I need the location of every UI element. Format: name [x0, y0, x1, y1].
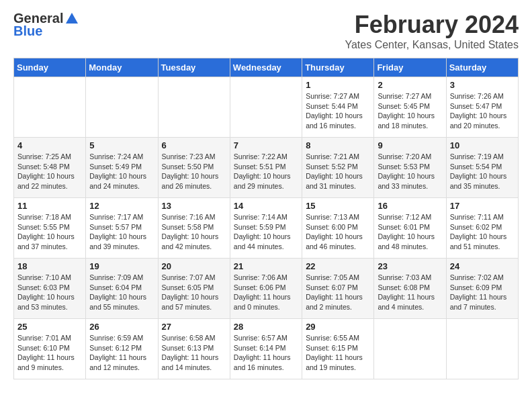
day-number: 20: [162, 261, 226, 271]
day-info: Sunrise: 7:22 AM Sunset: 5:51 PM Dayligh…: [234, 152, 298, 191]
day-number: 19: [89, 261, 154, 271]
day-number: 9: [378, 140, 442, 150]
calendar-cell: [86, 77, 158, 138]
day-number: 24: [450, 261, 515, 271]
day-number: 10: [450, 140, 515, 150]
day-number: 5: [89, 140, 154, 150]
day-info: Sunrise: 7:19 AM Sunset: 5:54 PM Dayligh…: [450, 152, 515, 191]
day-info: Sunrise: 7:21 AM Sunset: 5:52 PM Dayligh…: [306, 152, 370, 191]
day-info: Sunrise: 6:57 AM Sunset: 6:14 PM Dayligh…: [234, 333, 298, 373]
day-header-tuesday: Tuesday: [158, 58, 230, 77]
day-info: Sunrise: 7:05 AM Sunset: 6:07 PM Dayligh…: [306, 273, 370, 312]
day-header-sunday: Sunday: [14, 58, 86, 77]
day-number: 17: [450, 201, 515, 211]
calendar-cell: 15Sunrise: 7:13 AM Sunset: 6:00 PM Dayli…: [302, 198, 374, 259]
day-info: Sunrise: 7:18 AM Sunset: 5:55 PM Dayligh…: [17, 212, 82, 252]
calendar-cell: 22Sunrise: 7:05 AM Sunset: 6:07 PM Dayli…: [302, 259, 374, 319]
calendar-cell: 25Sunrise: 7:01 AM Sunset: 6:10 PM Dayli…: [14, 319, 86, 379]
day-info: Sunrise: 7:25 AM Sunset: 5:48 PM Dayligh…: [17, 152, 82, 191]
day-info: Sunrise: 7:23 AM Sunset: 5:50 PM Dayligh…: [162, 152, 226, 191]
calendar-week-row: 25Sunrise: 7:01 AM Sunset: 6:10 PM Dayli…: [14, 319, 519, 379]
day-info: Sunrise: 7:07 AM Sunset: 6:05 PM Dayligh…: [162, 273, 226, 312]
day-header-thursday: Thursday: [302, 58, 374, 77]
calendar-week-row: 1Sunrise: 7:27 AM Sunset: 5:44 PM Daylig…: [14, 77, 519, 138]
calendar-body: 1Sunrise: 7:27 AM Sunset: 5:44 PM Daylig…: [14, 77, 519, 379]
day-info: Sunrise: 7:02 AM Sunset: 6:09 PM Dayligh…: [450, 273, 515, 312]
day-info: Sunrise: 7:14 AM Sunset: 5:59 PM Dayligh…: [234, 212, 298, 252]
day-info: Sunrise: 7:26 AM Sunset: 5:47 PM Dayligh…: [450, 91, 515, 131]
calendar-cell: 5Sunrise: 7:24 AM Sunset: 5:49 PM Daylig…: [86, 138, 158, 198]
day-header-saturday: Saturday: [446, 58, 518, 77]
calendar-cell: 1Sunrise: 7:27 AM Sunset: 5:44 PM Daylig…: [302, 77, 374, 138]
day-number: 22: [306, 261, 370, 271]
day-info: Sunrise: 7:27 AM Sunset: 5:44 PM Dayligh…: [306, 91, 370, 131]
day-info: Sunrise: 7:10 AM Sunset: 6:03 PM Dayligh…: [17, 273, 82, 312]
day-number: 3: [450, 80, 515, 90]
calendar-cell: 29Sunrise: 6:55 AM Sunset: 6:15 PM Dayli…: [302, 319, 374, 379]
calendar-cell: 17Sunrise: 7:11 AM Sunset: 6:02 PM Dayli…: [446, 198, 518, 259]
day-info: Sunrise: 6:58 AM Sunset: 6:13 PM Dayligh…: [162, 333, 226, 373]
day-number: 7: [234, 140, 298, 150]
location-title: Yates Center, Kansas, United States: [345, 39, 519, 51]
calendar-week-row: 18Sunrise: 7:10 AM Sunset: 6:03 PM Dayli…: [14, 259, 519, 319]
day-number: 1: [306, 80, 370, 90]
calendar-week-row: 11Sunrise: 7:18 AM Sunset: 5:55 PM Dayli…: [14, 198, 519, 259]
calendar-cell: 3Sunrise: 7:26 AM Sunset: 5:47 PM Daylig…: [446, 77, 518, 138]
day-number: 2: [378, 80, 442, 90]
calendar-cell: [446, 319, 518, 379]
logo-blue: Blue: [13, 24, 42, 39]
calendar-table: SundayMondayTuesdayWednesdayThursdayFrid…: [13, 58, 519, 379]
calendar-cell: 10Sunrise: 7:19 AM Sunset: 5:54 PM Dayli…: [446, 138, 518, 198]
day-info: Sunrise: 7:12 AM Sunset: 6:01 PM Dayligh…: [378, 212, 442, 252]
day-number: 23: [378, 261, 442, 271]
calendar-cell: 28Sunrise: 6:57 AM Sunset: 6:14 PM Dayli…: [230, 319, 302, 379]
calendar-cell: 16Sunrise: 7:12 AM Sunset: 6:01 PM Dayli…: [374, 198, 446, 259]
calendar-cell: 9Sunrise: 7:20 AM Sunset: 5:53 PM Daylig…: [374, 138, 446, 198]
title-section: February 2024 Yates Center, Kansas, Unit…: [345, 11, 519, 51]
calendar-cell: 2Sunrise: 7:27 AM Sunset: 5:45 PM Daylig…: [374, 77, 446, 138]
calendar-cell: 12Sunrise: 7:17 AM Sunset: 5:57 PM Dayli…: [86, 198, 158, 259]
day-number: 6: [162, 140, 226, 150]
day-info: Sunrise: 6:55 AM Sunset: 6:15 PM Dayligh…: [306, 333, 370, 373]
logo: General Blue: [13, 11, 79, 39]
day-number: 12: [89, 201, 154, 211]
day-number: 4: [17, 140, 82, 150]
calendar-cell: 13Sunrise: 7:16 AM Sunset: 5:58 PM Dayli…: [158, 198, 230, 259]
calendar-week-row: 4Sunrise: 7:25 AM Sunset: 5:48 PM Daylig…: [14, 138, 519, 198]
calendar-cell: [230, 77, 302, 138]
calendar-cell: [158, 77, 230, 138]
day-info: Sunrise: 7:03 AM Sunset: 6:08 PM Dayligh…: [378, 273, 442, 312]
day-header-friday: Friday: [374, 58, 446, 77]
calendar-header-row: SundayMondayTuesdayWednesdayThursdayFrid…: [14, 58, 519, 77]
calendar-cell: 6Sunrise: 7:23 AM Sunset: 5:50 PM Daylig…: [158, 138, 230, 198]
day-number: 26: [89, 322, 154, 332]
month-title: February 2024: [345, 11, 519, 39]
calendar-cell: 4Sunrise: 7:25 AM Sunset: 5:48 PM Daylig…: [14, 138, 86, 198]
day-number: 25: [17, 322, 82, 332]
calendar-cell: 20Sunrise: 7:07 AM Sunset: 6:05 PM Dayli…: [158, 259, 230, 319]
day-info: Sunrise: 7:09 AM Sunset: 6:04 PM Dayligh…: [89, 273, 154, 312]
page-header: General Blue February 2024 Yates Center,…: [13, 11, 519, 51]
day-number: 29: [306, 322, 370, 332]
calendar-cell: 21Sunrise: 7:06 AM Sunset: 6:06 PM Dayli…: [230, 259, 302, 319]
calendar-cell: 26Sunrise: 6:59 AM Sunset: 6:12 PM Dayli…: [86, 319, 158, 379]
day-info: Sunrise: 7:06 AM Sunset: 6:06 PM Dayligh…: [234, 273, 298, 312]
svg-marker-0: [66, 13, 78, 24]
calendar-cell: 23Sunrise: 7:03 AM Sunset: 6:08 PM Dayli…: [374, 259, 446, 319]
calendar-cell: 7Sunrise: 7:22 AM Sunset: 5:51 PM Daylig…: [230, 138, 302, 198]
calendar-cell: 8Sunrise: 7:21 AM Sunset: 5:52 PM Daylig…: [302, 138, 374, 198]
calendar-cell: [374, 319, 446, 379]
day-number: 16: [378, 201, 442, 211]
day-info: Sunrise: 7:01 AM Sunset: 6:10 PM Dayligh…: [17, 333, 82, 373]
day-number: 27: [162, 322, 226, 332]
logo-icon: [64, 11, 79, 26]
calendar-cell: 19Sunrise: 7:09 AM Sunset: 6:04 PM Dayli…: [86, 259, 158, 319]
day-info: Sunrise: 7:24 AM Sunset: 5:49 PM Dayligh…: [89, 152, 154, 191]
calendar-cell: 24Sunrise: 7:02 AM Sunset: 6:09 PM Dayli…: [446, 259, 518, 319]
day-info: Sunrise: 7:13 AM Sunset: 6:00 PM Dayligh…: [306, 212, 370, 252]
day-number: 18: [17, 261, 82, 271]
day-info: Sunrise: 7:17 AM Sunset: 5:57 PM Dayligh…: [89, 212, 154, 252]
calendar-cell: 11Sunrise: 7:18 AM Sunset: 5:55 PM Dayli…: [14, 198, 86, 259]
day-header-wednesday: Wednesday: [230, 58, 302, 77]
day-number: 11: [17, 201, 82, 211]
